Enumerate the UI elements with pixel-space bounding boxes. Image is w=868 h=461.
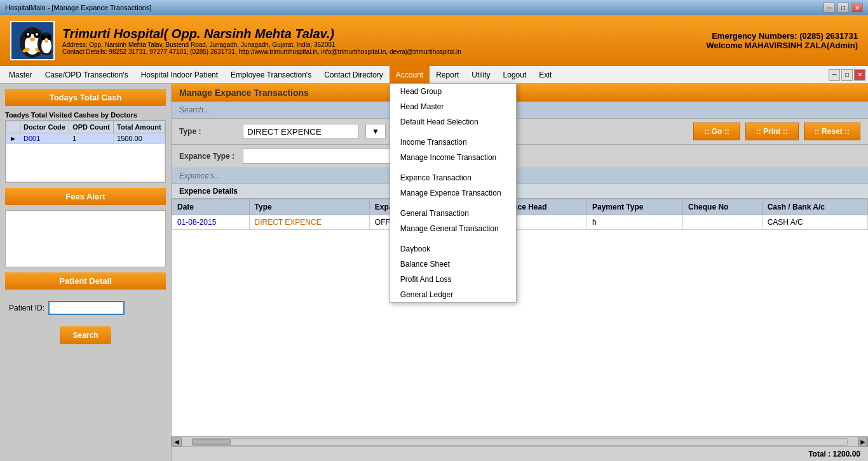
menu-window-controls: ─ □ ✕ — [829, 69, 865, 81]
col-total-amount: Total Amount — [114, 121, 165, 133]
table-row[interactable]: 01-08-2015 DIRECT EXPENCE OFFICE EXPENCE… — [172, 215, 868, 230]
header-left: Trimurti Hospital( Opp. Narsinh Mehta Ta… — [10, 21, 461, 60]
type-input[interactable] — [243, 124, 359, 139]
dropdown-general-ledger[interactable]: General Ledger — [390, 287, 516, 302]
menu-exit[interactable]: Exit — [532, 66, 558, 83]
todays-cash-header: Todays Total Cash — [5, 89, 166, 106]
col-date: Date — [172, 199, 250, 215]
scroll-track[interactable] — [192, 438, 848, 446]
date-cell: 01-08-2015 — [172, 215, 250, 230]
scroll-right-btn[interactable]: ► — [858, 438, 868, 446]
hospital-name: Trimurti Hospital( Opp. Narsinh Mehta Ta… — [62, 27, 461, 41]
page-title: Manage Expance Transactions — [172, 84, 868, 102]
col-cash-bank: Cash / Bank A/c — [762, 199, 867, 215]
total-amount-cell: 1500.00 — [114, 133, 165, 144]
row-arrow: ► — [6, 133, 20, 144]
menu-case-opd[interactable]: Case/OPD Transection's — [39, 66, 135, 83]
main-content: Manage Expance Transactions Search... Ty… — [172, 84, 868, 461]
win-minimize[interactable]: ─ — [829, 69, 840, 81]
dropdown-expence-transaction[interactable]: Expence Transaction — [390, 170, 516, 185]
menu-employee[interactable]: Employee Transection's — [224, 66, 318, 83]
svg-point-4 — [27, 33, 29, 36]
title-bar-controls: ─ □ ✕ — [824, 3, 863, 13]
menu-bar: Master Case/OPD Transection's Hospital I… — [0, 66, 868, 84]
footer-total: Total : 1200.00 — [172, 446, 868, 461]
col-opd-count: OPD Count — [69, 121, 114, 133]
menu-logout[interactable]: Logout — [497, 66, 533, 83]
opd-count-cell: 1 — [69, 133, 114, 144]
expance-type-label: Expance Type : — [179, 152, 236, 161]
expance-type-filter-row: Expance Type : ▼ — [172, 145, 868, 168]
search-button[interactable]: Search — [60, 326, 111, 344]
minimize-btn[interactable]: ─ — [824, 3, 835, 13]
expences-label: Expence's... — [172, 168, 868, 184]
visited-cashes-label: Toadys Total Visited Cashes by Doctors — [5, 111, 166, 119]
cheque-no-cell — [683, 215, 763, 230]
scroll-left-btn[interactable]: ◄ — [172, 438, 182, 446]
dropdown-head-group[interactable]: Head Group — [390, 84, 516, 99]
horizontal-scrollbar[interactable]: ◄ ► — [172, 436, 868, 446]
expance-type-input[interactable] — [243, 149, 402, 164]
dropdown-manage-income[interactable]: Manage Income Transaction — [390, 150, 516, 165]
fees-alert-header: Fees Alert — [5, 188, 166, 205]
type-label: Type : — [179, 127, 236, 136]
svg-point-5 — [36, 33, 38, 36]
fees-area — [5, 210, 166, 267]
type-filter-row: Type : ▼ :: Go :: :: Print :: :: Reset :… — [172, 119, 868, 145]
dropdown-profit-loss[interactable]: Profit And Loss — [390, 272, 516, 287]
account-dropdown: Head Group Head Master Default Head Sele… — [390, 83, 517, 303]
dropdown-manage-expence[interactable]: Manage Expence Transaction — [390, 185, 516, 201]
dropdown-head-master[interactable]: Head Master — [390, 99, 516, 114]
menu-master[interactable]: Master — [3, 66, 39, 83]
reset-button[interactable]: :: Reset :: — [804, 123, 860, 140]
expence-details-label: Expence Details — [172, 184, 868, 199]
win-restore[interactable]: □ — [841, 69, 853, 81]
patient-detail-header: Patient Detail — [5, 272, 166, 290]
menu-hospital-indoor[interactable]: Hospital Indoor Patient — [135, 66, 224, 83]
close-btn[interactable]: ✕ — [851, 3, 863, 13]
dropdown-manage-general[interactable]: Manage General Transaction — [390, 221, 516, 236]
title-bar: HospitalMain - [Manage Expance Transacti… — [0, 0, 868, 15]
action-buttons: :: Go :: :: Print :: :: Reset :: — [693, 123, 860, 140]
dropdown-daybook[interactable]: Daybook — [390, 241, 516, 257]
app-header: Trimurti Hospital( Opp. Narsinh Mehta Ta… — [0, 15, 868, 66]
patient-id-input[interactable] — [48, 301, 125, 315]
svg-point-6 — [30, 37, 35, 41]
doctor-code-cell: D001 — [20, 133, 69, 144]
svg-point-11 — [41, 35, 46, 40]
visited-cashes-section: Toadys Total Visited Cashes by Doctors D… — [5, 111, 166, 183]
go-button[interactable]: :: Go :: — [693, 123, 740, 140]
welcome-message: Welcome MAHAVIRSINH ZALA(Admin) — [706, 41, 858, 50]
type-cell: DIRECT EXPENCE — [249, 215, 369, 230]
expence-data-table: Date Type Expance Type Expance Head Paym… — [172, 199, 868, 230]
type-dropdown-btn[interactable]: ▼ — [365, 124, 386, 139]
table-row[interactable]: ► D001 1 1500.00 — [6, 133, 165, 144]
print-button[interactable]: :: Print :: — [745, 123, 799, 140]
dropdown-balance-sheet[interactable]: Balance Sheet — [390, 257, 516, 272]
visited-cashes-table: Doctor Code OPD Count Total Amount ► D00… — [6, 121, 165, 182]
header-text: Trimurti Hospital( Opp. Narsinh Mehta Ta… — [62, 27, 461, 55]
dropdown-general-transaction[interactable]: General Transaction — [390, 206, 516, 221]
menu-account[interactable]: Account Head Group Head Master Default H… — [390, 66, 430, 83]
header-right: Emergency Numbers: (0285) 2631731 Welcom… — [706, 31, 858, 50]
col-payment-type: Payment Type — [587, 199, 683, 215]
col-cheque-no: Cheque No — [683, 199, 763, 215]
col-arrow — [6, 121, 20, 133]
menu-utility[interactable]: Utility — [465, 66, 496, 83]
restore-btn[interactable]: □ — [837, 3, 849, 13]
emergency-numbers: Emergency Numbers: (0285) 2631731 — [706, 31, 858, 41]
title-bar-text: HospitalMain - [Manage Expance Transacti… — [5, 4, 152, 11]
patient-id-label: Patient ID: — [9, 304, 44, 312]
hospital-address: Address: Opp. Narsinh Mehta Talav, Buste… — [62, 41, 461, 48]
patient-id-row: Patient ID: — [5, 297, 166, 319]
payment-type-cell: h — [587, 215, 683, 230]
sidebar: Todays Total Cash Toadys Total Visited C… — [0, 84, 172, 461]
dropdown-default-head[interactable]: Default Head Selection — [390, 114, 516, 130]
cash-bank-cell: CASH A/C — [762, 215, 867, 230]
search-bar[interactable]: Search... — [172, 102, 868, 119]
dropdown-income-transaction[interactable]: Income Transaction — [390, 135, 516, 150]
svg-point-13 — [44, 40, 48, 43]
menu-report[interactable]: Report — [430, 66, 465, 83]
win-close[interactable]: ✕ — [854, 69, 865, 81]
menu-contact[interactable]: Contact Directory — [318, 66, 390, 83]
